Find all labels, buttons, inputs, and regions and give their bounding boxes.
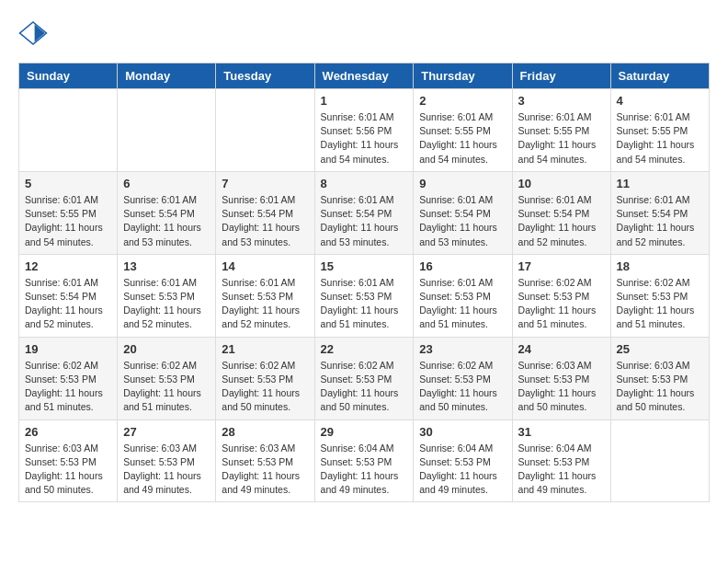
calendar-week-row: 1Sunrise: 6:01 AM Sunset: 5:56 PM Daylig… <box>19 89 710 172</box>
day-info: Sunrise: 6:01 AM Sunset: 5:54 PM Dayligh… <box>321 193 408 249</box>
logo-icon <box>18 18 48 48</box>
calendar-cell: 13Sunrise: 6:01 AM Sunset: 5:53 PM Dayli… <box>118 254 216 337</box>
day-info: Sunrise: 6:02 AM Sunset: 5:53 PM Dayligh… <box>25 359 111 415</box>
calendar-cell: 22Sunrise: 6:02 AM Sunset: 5:53 PM Dayli… <box>314 337 414 419</box>
day-number: 3 <box>518 94 605 108</box>
day-info: Sunrise: 6:01 AM Sunset: 5:54 PM Dayligh… <box>518 193 605 249</box>
calendar-week-row: 19Sunrise: 6:02 AM Sunset: 5:53 PM Dayli… <box>19 337 710 419</box>
day-number: 9 <box>419 177 506 190</box>
calendar-cell: 5Sunrise: 6:01 AM Sunset: 5:55 PM Daylig… <box>19 171 118 254</box>
day-number: 11 <box>617 177 703 190</box>
calendar-cell: 1Sunrise: 6:01 AM Sunset: 5:56 PM Daylig… <box>314 89 414 172</box>
day-number: 13 <box>123 259 210 273</box>
day-number: 18 <box>617 259 703 273</box>
day-info: Sunrise: 6:02 AM Sunset: 5:53 PM Dayligh… <box>321 359 408 415</box>
calendar-week-row: 26Sunrise: 6:03 AM Sunset: 5:53 PM Dayli… <box>19 419 710 502</box>
day-number: 25 <box>617 342 703 356</box>
day-info: Sunrise: 6:03 AM Sunset: 5:53 PM Dayligh… <box>25 442 111 498</box>
calendar-cell: 7Sunrise: 6:01 AM Sunset: 5:54 PM Daylig… <box>216 171 314 254</box>
calendar-header-row: SundayMondayTuesdayWednesdayThursdayFrid… <box>19 63 710 89</box>
weekday-header-saturday: Saturday <box>610 63 709 89</box>
day-number: 24 <box>518 342 605 356</box>
calendar-cell: 18Sunrise: 6:02 AM Sunset: 5:53 PM Dayli… <box>610 254 709 337</box>
calendar-week-row: 12Sunrise: 6:01 AM Sunset: 5:54 PM Dayli… <box>19 254 710 337</box>
day-info: Sunrise: 6:01 AM Sunset: 5:56 PM Dayligh… <box>321 110 408 167</box>
day-number: 30 <box>419 425 506 439</box>
day-info: Sunrise: 6:03 AM Sunset: 5:53 PM Dayligh… <box>617 359 703 415</box>
day-info: Sunrise: 6:02 AM Sunset: 5:53 PM Dayligh… <box>419 359 506 415</box>
day-number: 27 <box>123 425 210 439</box>
day-number: 7 <box>222 177 308 190</box>
day-info: Sunrise: 6:02 AM Sunset: 5:53 PM Dayligh… <box>222 359 308 415</box>
day-number: 17 <box>518 259 605 273</box>
calendar-cell: 8Sunrise: 6:01 AM Sunset: 5:54 PM Daylig… <box>314 171 414 254</box>
day-info: Sunrise: 6:01 AM Sunset: 5:54 PM Dayligh… <box>123 193 210 249</box>
day-info: Sunrise: 6:01 AM Sunset: 5:55 PM Dayligh… <box>518 110 605 167</box>
day-info: Sunrise: 6:02 AM Sunset: 5:53 PM Dayligh… <box>617 276 703 332</box>
day-number: 23 <box>419 342 506 356</box>
day-info: Sunrise: 6:03 AM Sunset: 5:53 PM Dayligh… <box>222 442 308 498</box>
day-info: Sunrise: 6:01 AM Sunset: 5:54 PM Dayligh… <box>222 193 308 249</box>
day-number: 29 <box>321 425 408 439</box>
day-info: Sunrise: 6:01 AM Sunset: 5:54 PM Dayligh… <box>25 276 111 332</box>
day-number: 19 <box>25 342 111 356</box>
calendar-cell: 30Sunrise: 6:04 AM Sunset: 5:53 PM Dayli… <box>414 419 512 502</box>
day-info: Sunrise: 6:02 AM Sunset: 5:53 PM Dayligh… <box>518 276 605 332</box>
day-info: Sunrise: 6:02 AM Sunset: 5:53 PM Dayligh… <box>123 359 210 415</box>
calendar-cell: 12Sunrise: 6:01 AM Sunset: 5:54 PM Dayli… <box>19 254 118 337</box>
calendar-cell: 14Sunrise: 6:01 AM Sunset: 5:53 PM Dayli… <box>216 254 314 337</box>
weekday-header-friday: Friday <box>512 63 610 89</box>
calendar-cell: 11Sunrise: 6:01 AM Sunset: 5:54 PM Dayli… <box>610 171 709 254</box>
calendar-cell: 19Sunrise: 6:02 AM Sunset: 5:53 PM Dayli… <box>19 337 118 419</box>
day-number: 12 <box>25 259 111 273</box>
day-number: 16 <box>419 259 506 273</box>
day-number: 8 <box>321 177 408 190</box>
day-info: Sunrise: 6:04 AM Sunset: 5:53 PM Dayligh… <box>321 442 408 498</box>
day-number: 2 <box>419 94 506 108</box>
calendar-cell: 23Sunrise: 6:02 AM Sunset: 5:53 PM Dayli… <box>414 337 512 419</box>
calendar-cell: 29Sunrise: 6:04 AM Sunset: 5:53 PM Dayli… <box>314 419 414 502</box>
day-info: Sunrise: 6:03 AM Sunset: 5:53 PM Dayligh… <box>518 359 605 415</box>
day-number: 28 <box>222 425 308 439</box>
calendar-table: SundayMondayTuesdayWednesdayThursdayFrid… <box>18 63 710 502</box>
calendar-cell: 24Sunrise: 6:03 AM Sunset: 5:53 PM Dayli… <box>512 337 610 419</box>
calendar-cell: 28Sunrise: 6:03 AM Sunset: 5:53 PM Dayli… <box>216 419 314 502</box>
day-number: 6 <box>123 177 210 190</box>
calendar-cell: 2Sunrise: 6:01 AM Sunset: 5:55 PM Daylig… <box>414 89 512 172</box>
day-info: Sunrise: 6:01 AM Sunset: 5:55 PM Dayligh… <box>419 110 506 167</box>
page-header <box>18 18 710 48</box>
calendar-cell: 15Sunrise: 6:01 AM Sunset: 5:53 PM Dayli… <box>314 254 414 337</box>
weekday-header-sunday: Sunday <box>19 63 118 89</box>
weekday-header-thursday: Thursday <box>414 63 512 89</box>
calendar-cell: 31Sunrise: 6:04 AM Sunset: 5:53 PM Dayli… <box>512 419 610 502</box>
calendar-cell <box>19 89 118 172</box>
calendar-cell: 4Sunrise: 6:01 AM Sunset: 5:55 PM Daylig… <box>610 89 709 172</box>
calendar-cell: 20Sunrise: 6:02 AM Sunset: 5:53 PM Dayli… <box>118 337 216 419</box>
calendar-cell: 6Sunrise: 6:01 AM Sunset: 5:54 PM Daylig… <box>118 171 216 254</box>
calendar-cell: 26Sunrise: 6:03 AM Sunset: 5:53 PM Dayli… <box>19 419 118 502</box>
day-number: 4 <box>617 94 703 108</box>
day-info: Sunrise: 6:01 AM Sunset: 5:54 PM Dayligh… <box>419 193 506 249</box>
day-number: 26 <box>25 425 111 439</box>
day-info: Sunrise: 6:01 AM Sunset: 5:53 PM Dayligh… <box>222 276 308 332</box>
calendar-cell <box>610 419 709 502</box>
calendar-week-row: 5Sunrise: 6:01 AM Sunset: 5:55 PM Daylig… <box>19 171 710 254</box>
day-info: Sunrise: 6:01 AM Sunset: 5:55 PM Dayligh… <box>25 193 111 249</box>
day-number: 10 <box>518 177 605 190</box>
day-number: 5 <box>25 177 111 190</box>
day-number: 31 <box>518 425 605 439</box>
day-info: Sunrise: 6:01 AM Sunset: 5:53 PM Dayligh… <box>419 276 506 332</box>
day-info: Sunrise: 6:01 AM Sunset: 5:54 PM Dayligh… <box>617 193 703 249</box>
day-number: 20 <box>123 342 210 356</box>
calendar-cell: 25Sunrise: 6:03 AM Sunset: 5:53 PM Dayli… <box>610 337 709 419</box>
weekday-header-monday: Monday <box>118 63 216 89</box>
day-info: Sunrise: 6:01 AM Sunset: 5:53 PM Dayligh… <box>321 276 408 332</box>
day-number: 14 <box>222 259 308 273</box>
day-info: Sunrise: 6:01 AM Sunset: 5:55 PM Dayligh… <box>617 110 703 167</box>
calendar-cell: 27Sunrise: 6:03 AM Sunset: 5:53 PM Dayli… <box>118 419 216 502</box>
day-info: Sunrise: 6:04 AM Sunset: 5:53 PM Dayligh… <box>419 442 506 498</box>
calendar-cell: 9Sunrise: 6:01 AM Sunset: 5:54 PM Daylig… <box>414 171 512 254</box>
day-number: 22 <box>321 342 408 356</box>
logo <box>18 18 53 48</box>
day-info: Sunrise: 6:01 AM Sunset: 5:53 PM Dayligh… <box>123 276 210 332</box>
